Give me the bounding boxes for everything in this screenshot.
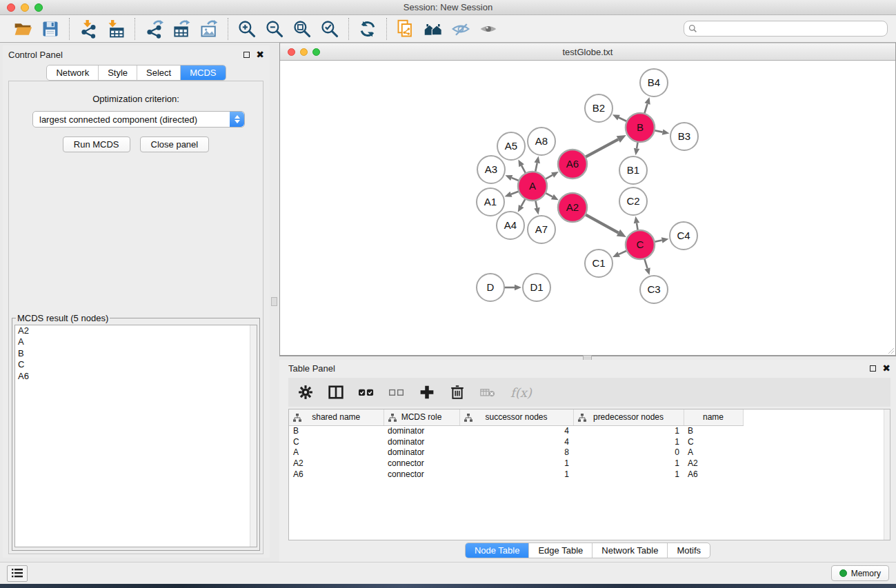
close-panel-icon[interactable]: ✖: [882, 365, 890, 372]
result-item[interactable]: B: [15, 348, 257, 359]
network-graph[interactable]: B4B2BB3B1A5A8A6A3AA1A2A4A7C2C4CC1C3DD1: [280, 61, 895, 354]
network-canvas[interactable]: B4B2BB3B1A5A8A6A3AA1A2A4A7C2C4CC1C3DD1: [280, 61, 895, 356]
hide-selection-icon[interactable]: [450, 19, 471, 39]
graph-edge-A2-C[interactable]: [584, 214, 619, 232]
table-row[interactable]: Cdominator41C: [289, 436, 743, 447]
tab-network[interactable]: Network: [47, 65, 99, 80]
graph-node-B4[interactable]: B4: [640, 69, 668, 97]
tab-edge-table[interactable]: Edge Table: [529, 543, 593, 558]
mcds-result-list[interactable]: A2ABCA6: [14, 325, 257, 547]
graph-node-A4[interactable]: A4: [497, 212, 524, 239]
search-field[interactable]: [684, 21, 888, 37]
result-item[interactable]: A2: [15, 325, 257, 336]
close-panel-icon[interactable]: ✖: [256, 51, 264, 58]
toolbar-separator: [386, 18, 387, 40]
graph-node-C3[interactable]: C3: [640, 276, 668, 303]
svg-text:A6: A6: [566, 158, 579, 170]
delete-column-icon[interactable]: [450, 385, 465, 400]
graph-node-A8[interactable]: A8: [528, 128, 555, 155]
table-row[interactable]: Adominator80A: [289, 447, 743, 458]
home-icon[interactable]: [423, 19, 444, 39]
result-item[interactable]: C: [15, 359, 257, 370]
run-mcds-button[interactable]: Run MCDS: [63, 136, 130, 152]
settings-gear-icon[interactable]: [298, 385, 313, 400]
split-panel-icon[interactable]: [328, 385, 344, 400]
graph-edge-A6-B[interactable]: [584, 139, 619, 158]
column-header-predecessor-nodes[interactable]: predecessor nodes: [573, 409, 684, 425]
delete-table-icon[interactable]: [480, 385, 495, 400]
column-header-name[interactable]: name: [684, 409, 743, 425]
task-history-button[interactable]: [7, 565, 28, 582]
vertical-split-divider[interactable]: [270, 43, 279, 562]
close-panel-button[interactable]: Close panel: [140, 136, 210, 152]
graph-node-D1[interactable]: D1: [523, 274, 550, 301]
toolbar-separator: [348, 18, 349, 40]
table-row[interactable]: A2connector11A2: [289, 458, 743, 469]
graph-node-A3[interactable]: A3: [477, 156, 505, 183]
graph-node-D[interactable]: D: [477, 274, 504, 301]
search-input[interactable]: [700, 22, 883, 35]
save-session-icon[interactable]: [40, 19, 61, 39]
graph-node-C4[interactable]: C4: [670, 222, 697, 250]
zoom-fit-icon[interactable]: [292, 19, 312, 39]
function-builder-icon[interactable]: f(x): [510, 385, 532, 400]
table-scrollbar[interactable]: [884, 409, 890, 540]
table-row[interactable]: A6connector11A6: [289, 469, 743, 480]
graph-node-C2[interactable]: C2: [619, 187, 647, 215]
zoom-out-icon[interactable]: [264, 19, 285, 39]
column-header-shared-name[interactable]: shared name: [289, 409, 384, 425]
graph-node-C1[interactable]: C1: [585, 250, 613, 277]
graph-node-B3[interactable]: B3: [670, 123, 698, 150]
tab-style[interactable]: Style: [99, 65, 137, 80]
tab-select[interactable]: Select: [137, 65, 181, 80]
attribute-icon: [293, 414, 301, 422]
graph-node-A6[interactable]: A6: [558, 150, 587, 179]
svg-text:B2: B2: [593, 102, 605, 114]
graph-node-B2[interactable]: B2: [585, 94, 613, 122]
status-bar: Memory: [0, 562, 896, 584]
export-table-icon[interactable]: [171, 19, 192, 39]
graph-node-C[interactable]: C: [626, 230, 655, 259]
graph-node-B1[interactable]: B1: [619, 156, 647, 184]
export-network-icon[interactable]: [143, 19, 164, 39]
column-header-successor-nodes[interactable]: successor nodes: [459, 409, 573, 425]
import-table-icon[interactable]: [106, 19, 126, 39]
select-all-checkboxes-icon[interactable]: [359, 385, 374, 400]
open-session-icon[interactable]: [12, 19, 33, 39]
show-selection-icon[interactable]: [478, 19, 499, 39]
column-header-MCDS-role[interactable]: MCDS role: [384, 409, 459, 425]
graph-node-A2[interactable]: A2: [558, 193, 587, 222]
graph-node-A5[interactable]: A5: [497, 132, 525, 160]
tab-motifs[interactable]: Motifs: [668, 543, 710, 558]
control-panel-title: Control Panel: [8, 50, 63, 60]
network-window-titlebar: testGlobe.txt: [280, 43, 895, 61]
export-image-icon[interactable]: [199, 19, 219, 39]
resize-grip-icon[interactable]: [886, 346, 895, 354]
split-divider-handle[interactable]: [271, 297, 277, 306]
zoom-in-icon[interactable]: [237, 19, 257, 39]
table-tabs: Node TableEdge TableNetwork TableMotifs: [465, 543, 710, 558]
optimization-criterion-dropdown[interactable]: largest connected component (directed): [32, 111, 245, 128]
edge-arrowhead: [505, 175, 512, 181]
tab-mcds[interactable]: MCDS: [181, 65, 225, 80]
result-list-scrollbar[interactable]: [250, 325, 257, 547]
deselect-all-checkboxes-icon[interactable]: [389, 385, 404, 400]
graph-node-A[interactable]: A: [518, 172, 547, 201]
graph-node-B[interactable]: B: [626, 113, 655, 142]
tab-node-table[interactable]: Node Table: [466, 543, 530, 558]
clone-network-icon[interactable]: [395, 19, 416, 39]
tab-network-table[interactable]: Network Table: [593, 543, 668, 558]
result-item[interactable]: A: [15, 336, 257, 347]
zoom-selected-icon[interactable]: [319, 19, 340, 39]
result-item[interactable]: A6: [15, 371, 257, 382]
table-row[interactable]: Bdominator41B: [289, 425, 743, 436]
float-panel-icon[interactable]: [243, 52, 250, 58]
graph-node-A1[interactable]: A1: [477, 188, 504, 216]
refresh-layout-icon[interactable]: [357, 19, 378, 39]
svg-text:A3: A3: [485, 163, 497, 175]
add-column-icon[interactable]: [419, 385, 435, 400]
graph-node-A7[interactable]: A7: [528, 216, 555, 243]
float-panel-icon[interactable]: [870, 365, 876, 372]
import-network-icon[interactable]: [78, 19, 99, 39]
memory-button[interactable]: Memory: [831, 565, 889, 581]
